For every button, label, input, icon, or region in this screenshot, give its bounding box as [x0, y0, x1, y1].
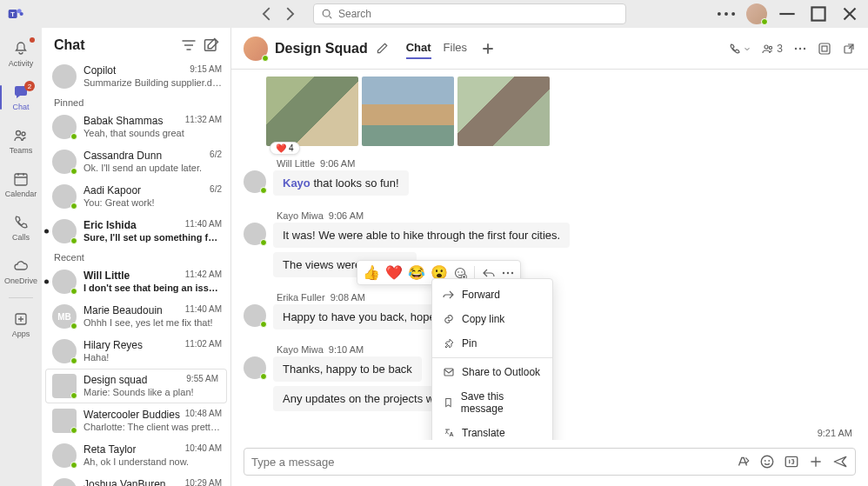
maximize-button[interactable]: [807, 3, 830, 25]
compose-area: [231, 440, 868, 486]
conversation-panel: Design Squad Chat Files 3 ❤️4: [231, 28, 868, 486]
more-header-icon[interactable]: [793, 42, 807, 56]
user-avatar[interactable]: [746, 3, 767, 24]
rail-apps[interactable]: Apps: [0, 303, 42, 345]
new-chat-icon[interactable]: [203, 37, 220, 54]
react-like[interactable]: 👍: [363, 264, 380, 281]
chat-item[interactable]: Will Little11:42 AMI don't see that bein…: [42, 264, 230, 299]
svg-point-15: [770, 46, 772, 49]
search-box[interactable]: [313, 3, 626, 24]
chat-time: 9:15 AM: [190, 64, 222, 77]
rail-chat[interactable]: 2 Chat: [0, 77, 42, 118]
message-row: The views were stunning: [244, 252, 856, 280]
filter-icon[interactable]: [180, 37, 197, 54]
image-attachments[interactable]: ❤️4: [266, 77, 856, 146]
minimize-button[interactable]: [776, 3, 798, 25]
avatar: [52, 64, 77, 89]
rail-activity[interactable]: Activity: [0, 33, 42, 75]
message-bubble[interactable]: It was! We were able to hike through the…: [273, 223, 570, 248]
nav-forward-button[interactable]: [280, 4, 299, 23]
tab-files[interactable]: Files: [444, 37, 467, 59]
search-input[interactable]: [338, 8, 618, 20]
message-bubble[interactable]: Thanks, happy to be back: [273, 356, 422, 382]
title-bar: T: [0, 0, 868, 28]
attach-icon[interactable]: [808, 454, 824, 469]
react-heart[interactable]: ❤️: [385, 264, 403, 281]
presence-icon: [260, 187, 267, 194]
avatar: [52, 443, 77, 468]
avatar: [52, 184, 77, 209]
svg-point-26: [503, 271, 504, 273]
add-tab-icon[interactable]: [479, 40, 497, 57]
chat-preview: You: Great work!: [83, 197, 222, 208]
presence-icon: [260, 373, 267, 380]
chat-item[interactable]: Reta Taylor10:40 AMAh, ok I understand n…: [42, 438, 230, 473]
edit-title-icon[interactable]: [375, 42, 389, 56]
message-row: It was! We were able to hike through the…: [244, 223, 856, 250]
message-context-menu: Forward Copy link Pin Share to Outlook S…: [431, 278, 553, 440]
presence-icon: [70, 133, 77, 140]
popout-icon[interactable]: [842, 42, 856, 56]
image-thumb[interactable]: [266, 77, 358, 146]
nav-back-button[interactable]: [257, 4, 277, 23]
rail-calendar[interactable]: Calendar: [0, 163, 42, 205]
compose-box[interactable]: [244, 448, 856, 476]
chat-item[interactable]: Hilary Reyes11:02 AMHaha!: [42, 334, 230, 369]
svg-rect-19: [819, 43, 830, 54]
chat-item[interactable]: Cassandra Dunn6/2Ok. I'll send an update…: [42, 144, 230, 179]
avatar: [52, 115, 77, 139]
open-app-icon[interactable]: [818, 42, 831, 56]
rail-calls[interactable]: Calls: [0, 207, 42, 249]
ctx-save-message[interactable]: Save this message: [432, 384, 552, 421]
call-button[interactable]: [728, 42, 751, 56]
chat-item[interactable]: MBMarie Beaudouin11:40 AMOhhh I see, yes…: [42, 299, 230, 334]
chat-item[interactable]: Watercooler Buddies10:48 AMCharlotte: Th…: [42, 403, 230, 438]
ctx-share-outlook[interactable]: Share to Outlook: [432, 360, 552, 384]
cloud-icon: [12, 257, 30, 275]
chat-name: Reta Taylor: [83, 443, 136, 456]
chat-item[interactable]: Joshua VanBuren10:29 AMThanks for review…: [42, 473, 230, 486]
people-icon: [12, 127, 30, 144]
svg-rect-8: [811, 7, 825, 20]
chat-time: 9:55 AM: [186, 374, 218, 386]
close-button[interactable]: [838, 3, 861, 25]
svg-point-7: [731, 12, 735, 16]
unread-dot: [44, 280, 49, 284]
message-bubble[interactable]: Kayo that looks so fun!: [273, 170, 409, 196]
chat-preview: Yeah, that sounds great: [83, 128, 222, 138]
mention[interactable]: Kayo: [283, 176, 310, 190]
participants-button[interactable]: 3: [761, 42, 783, 56]
more-options-icon[interactable]: [715, 3, 738, 25]
image-thumb[interactable]: [362, 77, 454, 146]
ctx-pin[interactable]: Pin: [432, 331, 552, 356]
format-icon[interactable]: [735, 454, 751, 469]
ctx-forward[interactable]: Forward: [432, 283, 552, 307]
svg-point-18: [804, 47, 805, 49]
giphy-icon[interactable]: [784, 454, 799, 469]
chat-item[interactable]: Eric Ishida11:40 AMSure, I'll set up som…: [42, 214, 230, 249]
react-laugh[interactable]: 😂: [408, 264, 425, 281]
compose-input[interactable]: [251, 456, 728, 469]
rail-separator: [9, 297, 33, 298]
message-row: Kayo that looks so fun!: [244, 170, 856, 198]
chat-item[interactable]: Aadi Kapoor6/2You: Great work!: [42, 179, 230, 214]
chat-list-title: Chat: [54, 37, 175, 53]
chat-item-copilot[interactable]: Copilot9:15 AM Summarize Building suppli…: [42, 59, 230, 94]
rail-label: Chat: [12, 103, 29, 111]
chat-time: 6/2: [210, 150, 222, 162]
image-thumb[interactable]: [457, 77, 550, 146]
rail-teams[interactable]: Teams: [0, 120, 42, 162]
sender-name: Kayo Miwa: [277, 344, 324, 355]
apps-icon: [12, 310, 30, 328]
tab-chat[interactable]: Chat: [406, 37, 431, 59]
emoji-icon[interactable]: [759, 454, 775, 469]
reaction-count[interactable]: ❤️4: [270, 142, 300, 155]
chat-item[interactable]: Design squad9:55 AMMarie: Sounds like a …: [45, 369, 227, 403]
ctx-copy-link[interactable]: Copy link: [432, 307, 552, 331]
send-icon[interactable]: [832, 454, 848, 469]
ctx-translate[interactable]: Translate: [432, 421, 552, 440]
rail-onedrive[interactable]: OneDrive: [0, 250, 42, 292]
svg-point-23: [457, 271, 459, 273]
svg-point-27: [507, 271, 509, 273]
chat-item[interactable]: Babak Shammas11:32 AMYeah, that sounds g…: [42, 110, 230, 144]
